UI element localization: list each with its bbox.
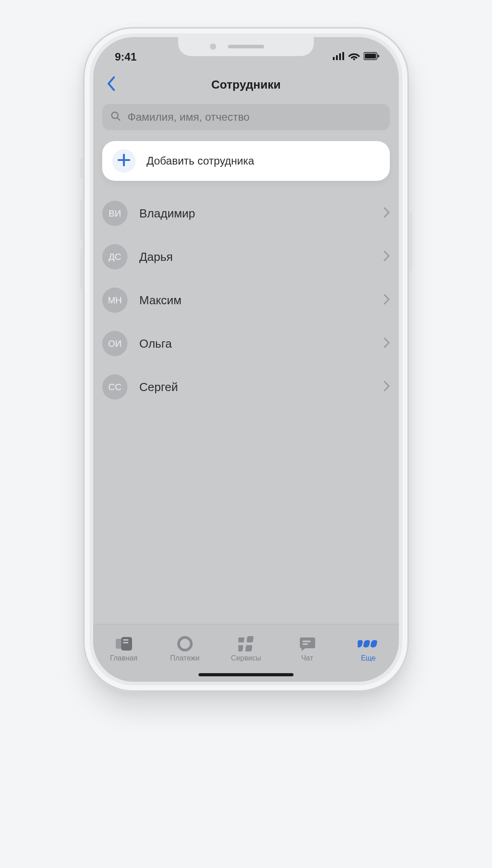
svg-rect-3 [342,52,344,60]
side-button [80,158,83,179]
wifi-icon [348,52,360,62]
tab-label: Платежи [170,654,199,662]
services-icon [238,636,254,651]
svg-rect-18 [245,645,252,651]
tab-label: Чат [301,654,313,662]
add-employee-button[interactable]: Добавить сотрудника [102,141,390,181]
svg-point-4 [353,58,355,60]
tab-payments[interactable]: Платежи [154,629,215,669]
svg-rect-16 [246,636,254,642]
employee-name: Максим [139,293,372,307]
tab-label: Еще [361,654,376,662]
payments-icon [177,636,193,651]
tab-more[interactable]: Еще [338,629,399,669]
employee-name: Ольга [139,337,372,351]
employee-list: ВИ Владимир ДС Дарья МН Максим ОИ Ольга [93,192,399,409]
chevron-right-icon [383,337,390,350]
avatar: ДС [102,244,128,269]
side-button [80,249,83,289]
search-container [93,100,399,138]
front-camera [210,43,216,50]
svg-rect-17 [238,645,243,651]
home-icon [115,636,133,651]
speaker [228,45,264,48]
svg-rect-20 [303,643,308,645]
plus-icon-circle [112,149,136,173]
svg-rect-0 [333,57,335,60]
svg-rect-6 [365,54,376,59]
avatar: ВИ [102,201,128,226]
svg-rect-11 [121,637,132,651]
cellular-icon [333,52,345,62]
employee-name: Сергей [139,380,372,394]
search-icon [110,111,121,123]
add-employee-label: Добавить сотрудника [147,155,254,167]
chat-icon [299,636,315,651]
screen: 9:41 Сотрудники [93,37,399,682]
employee-row[interactable]: ВИ Владимир [102,192,390,235]
tab-home[interactable]: Главная [93,629,154,669]
avatar: СС [102,374,128,400]
chevron-right-icon [383,294,390,307]
avatar: МН [102,288,128,313]
svg-rect-23 [370,640,378,647]
svg-rect-7 [378,55,379,57]
home-indicator[interactable] [199,673,293,676]
svg-rect-1 [336,55,338,60]
svg-rect-12 [123,639,128,641]
employee-row[interactable]: ОИ Ольга [102,322,390,365]
header: Сотрудники [93,69,399,100]
svg-line-9 [118,118,120,121]
svg-rect-2 [339,53,341,60]
svg-rect-19 [303,641,311,642]
notch [178,37,314,56]
employee-name: Дарья [139,250,372,264]
side-button [80,199,83,240]
avatar: ОИ [102,331,128,356]
status-time: 9:41 [115,51,137,63]
side-button [409,212,412,271]
tab-label: Сервисы [231,654,261,662]
chevron-left-icon [107,76,116,93]
employee-row[interactable]: СС Сергей [102,365,390,409]
chevron-right-icon [383,381,390,393]
status-indicators [333,52,380,62]
battery-icon [364,52,380,62]
svg-point-15 [183,642,187,646]
page-title: Сотрудники [93,78,399,92]
more-icon [358,636,378,651]
employee-name: Владимир [139,207,372,221]
tab-chat[interactable]: Чат [277,629,338,669]
employee-row[interactable]: ДС Дарья [102,235,390,278]
tab-services[interactable]: Сервисы [215,629,276,669]
back-button[interactable] [100,74,122,95]
chevron-right-icon [383,250,390,263]
search-input[interactable] [128,111,382,123]
svg-rect-13 [123,642,128,643]
svg-rect-21 [358,640,363,647]
phone-frame: 9:41 Сотрудники [83,27,409,692]
tab-label: Главная [110,654,137,662]
chevron-right-icon [383,207,390,220]
employee-row[interactable]: МН Максим [102,278,390,322]
plus-icon [117,153,131,169]
svg-rect-22 [363,640,371,647]
search-field[interactable] [102,104,390,130]
